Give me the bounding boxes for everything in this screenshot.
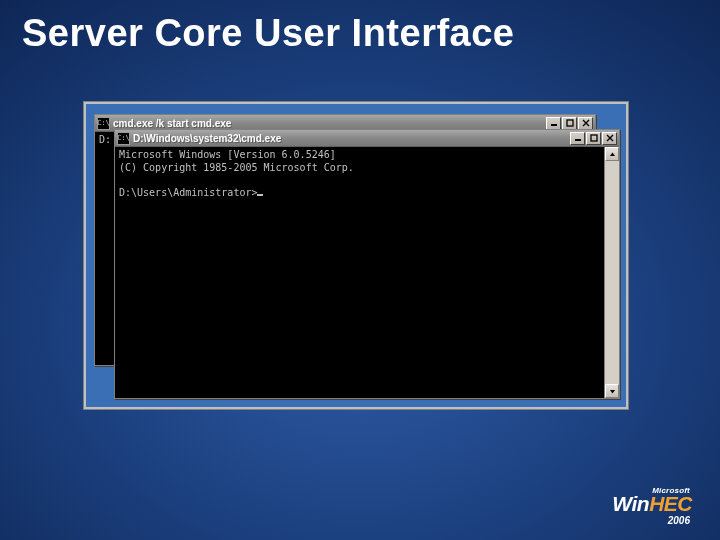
terminal-line: Microsoft Windows [Version 6.0.5246]: [119, 149, 336, 160]
vertical-scrollbar[interactable]: [604, 147, 619, 398]
window-controls: [570, 132, 617, 145]
svg-rect-2: [575, 139, 581, 141]
brand-prefix: Win: [612, 492, 649, 515]
minimize-icon: [574, 134, 582, 142]
cmd-window-front[interactable]: C:\ D:\Windows\system32\cmd.exe Microsof…: [114, 129, 620, 399]
svg-rect-1: [567, 120, 573, 126]
maximize-icon: [590, 134, 598, 142]
minimize-button[interactable]: [570, 132, 585, 145]
minimize-button[interactable]: [546, 117, 561, 130]
chevron-down-icon: [609, 388, 616, 395]
brand-product: WinHEC: [612, 493, 692, 514]
close-button[interactable]: [602, 132, 617, 145]
terminal-prompt: D:\Users\Administrator>: [119, 187, 257, 198]
maximize-icon: [566, 119, 574, 127]
branding-logo: Microsoft WinHEC 2006: [612, 486, 692, 526]
chevron-up-icon: [609, 151, 616, 158]
scroll-down-button[interactable]: [605, 384, 619, 398]
window-title: cmd.exe /k start cmd.exe: [113, 118, 546, 129]
window-title: D:\Windows\system32\cmd.exe: [133, 133, 570, 144]
close-icon: [582, 119, 590, 127]
cursor-icon: [257, 194, 263, 196]
titlebar[interactable]: C:\ D:\Windows\system32\cmd.exe: [115, 130, 619, 147]
close-icon: [606, 134, 614, 142]
maximize-button[interactable]: [562, 117, 577, 130]
terminal-output[interactable]: Microsoft Windows [Version 6.0.5246] (C)…: [115, 147, 619, 201]
slide-title: Server Core User Interface: [0, 0, 720, 55]
brand-accent: HEC: [649, 492, 692, 515]
svg-rect-0: [551, 124, 557, 126]
cmd-icon: C:\: [117, 132, 130, 145]
scroll-up-button[interactable]: [605, 147, 619, 161]
window-controls: [546, 117, 593, 130]
desktop-area: C:\ cmd.exe /k start cmd.exe D: C:\ D:\W…: [84, 102, 628, 409]
close-button[interactable]: [578, 117, 593, 130]
brand-year: 2006: [668, 515, 690, 526]
terminal-line: (C) Copyright 1985-2005 Microsoft Corp.: [119, 162, 354, 173]
minimize-icon: [550, 119, 558, 127]
cmd-icon: C:\: [97, 117, 110, 130]
terminal-line: D:: [99, 134, 111, 145]
maximize-button[interactable]: [586, 132, 601, 145]
svg-rect-3: [591, 135, 597, 141]
